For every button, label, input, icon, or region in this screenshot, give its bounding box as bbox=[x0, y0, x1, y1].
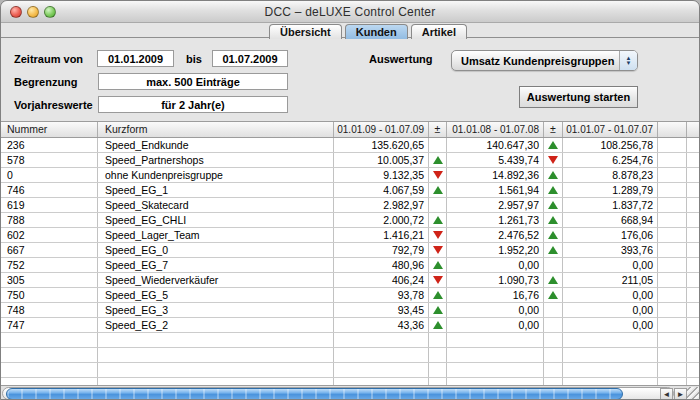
cell-kurzform: Speed_Skatecard bbox=[98, 198, 334, 212]
auswertung-starten-button[interactable]: Auswertung starten bbox=[519, 86, 638, 108]
cell-nummer: 747 bbox=[1, 318, 98, 332]
cell-trend1 bbox=[429, 138, 447, 152]
column-header-kurzform[interactable]: Kurzform bbox=[98, 122, 334, 137]
cell-nummer: 752 bbox=[1, 258, 98, 272]
column-header-pm2[interactable]: ± bbox=[544, 122, 563, 137]
auswertung-dropdown[interactable]: Umsatz Kundenpreisgruppen ▲▼ bbox=[451, 50, 638, 71]
zeitraum-von-input[interactable] bbox=[97, 50, 174, 67]
cell-trend1 bbox=[429, 168, 447, 182]
cell-kurzform: ohne Kundenpreisgruppe bbox=[98, 168, 334, 182]
vorjahreswerte-input[interactable] bbox=[98, 96, 288, 113]
cell-period3: 0,00 bbox=[563, 258, 658, 272]
cell-period1: 9.132,35 bbox=[334, 168, 429, 182]
cell-trend1 bbox=[429, 183, 447, 197]
table-row[interactable] bbox=[1, 378, 699, 385]
table-row[interactable]: 788 Speed_EG_CHLI 2.000,72 1.261,73 668,… bbox=[1, 213, 699, 228]
cell-period3: 6.254,76 bbox=[563, 153, 658, 167]
column-header-period1[interactable]: 01.01.09 - 01.07.09 bbox=[334, 122, 429, 137]
cell-nummer: 305 bbox=[1, 273, 98, 287]
table-row[interactable]: 619 Speed_Skatecard 2.982,97 2.957,97 1.… bbox=[1, 198, 699, 213]
trend-arrow-icon bbox=[433, 156, 443, 164]
table-header: Nummer Kurzform 01.01.09 - 01.07.09 ± 01… bbox=[1, 121, 699, 138]
column-header-period2[interactable]: 01.01.08 - 01.07.08 bbox=[447, 122, 544, 137]
cell-kurzform: Speed_Lager_Team bbox=[98, 228, 334, 242]
cell-period2: 5.439,74 bbox=[447, 153, 544, 167]
cell-period1 bbox=[334, 348, 429, 362]
table-row[interactable]: 578 Speed_Partnershops 10.005,37 5.439,7… bbox=[1, 153, 699, 168]
cell-period2: 1.952,20 bbox=[447, 243, 544, 257]
trend-arrow-icon bbox=[548, 231, 558, 239]
trend-arrow-icon bbox=[433, 276, 443, 284]
table-row[interactable]: 752 Speed_EG_7 480,96 0,00 0,00 bbox=[1, 258, 699, 273]
popup-stepper-icon: ▲▼ bbox=[619, 51, 637, 70]
cell-period1: 4.067,59 bbox=[334, 183, 429, 197]
begrenzung-input[interactable] bbox=[98, 73, 288, 90]
cell-nummer: 667 bbox=[1, 243, 98, 257]
column-header-nummer[interactable]: Nummer bbox=[1, 122, 98, 137]
zeitraum-label: Zeitraum von bbox=[14, 53, 83, 65]
table-row[interactable]: 236 Speed_Endkunde 135.620,65 140.647,30… bbox=[1, 138, 699, 153]
cell-trend2 bbox=[544, 273, 563, 287]
cell-trend1 bbox=[429, 153, 447, 167]
table-row[interactable] bbox=[1, 348, 699, 363]
table-row[interactable]: 0 ohne Kundenpreisgruppe 9.132,35 14.892… bbox=[1, 168, 699, 183]
resize-grip-icon[interactable] bbox=[687, 387, 699, 400]
table-row[interactable]: 305 Speed_Wiederverkäufer 406,24 1.090,7… bbox=[1, 273, 699, 288]
scrollbar-thumb[interactable] bbox=[6, 388, 623, 400]
app-window: DCC – deLUXE Control Center Übersicht Ku… bbox=[0, 0, 700, 400]
table-row[interactable]: 750 Speed_EG_5 93,78 16,76 0,00 bbox=[1, 288, 699, 303]
cell-kurzform: Speed_Wiederverkäufer bbox=[98, 273, 334, 287]
cell-kurzform bbox=[98, 363, 334, 377]
tab-uebersicht[interactable]: Übersicht bbox=[269, 24, 342, 39]
cell-period3 bbox=[563, 363, 658, 377]
table-row[interactable] bbox=[1, 333, 699, 348]
cell-kurzform bbox=[98, 333, 334, 347]
cell-period3: 1.837,72 bbox=[563, 198, 658, 212]
trend-arrow-icon bbox=[548, 141, 558, 149]
table-row[interactable]: 602 Speed_Lager_Team 1.416,21 2.476,52 1… bbox=[1, 228, 699, 243]
cell-nummer: 788 bbox=[1, 213, 98, 227]
column-header-filler bbox=[658, 122, 687, 137]
horizontal-scrollbar: ◄ ► bbox=[1, 385, 699, 400]
tab-kunden[interactable]: Kunden bbox=[345, 24, 408, 39]
trend-arrow-icon bbox=[433, 321, 443, 329]
cell-period1: 1.416,21 bbox=[334, 228, 429, 242]
cell-period3: 0,00 bbox=[563, 288, 658, 302]
zeitraum-bis-input[interactable] bbox=[212, 50, 288, 67]
trend-arrow-icon bbox=[433, 246, 443, 254]
trend-arrow-icon bbox=[548, 201, 558, 209]
cell-kurzform: Speed_Endkunde bbox=[98, 138, 334, 152]
filter-panel: Zeitraum von bis Begrenzung Vorjahreswer… bbox=[1, 39, 699, 121]
cell-period2: 2.957,97 bbox=[447, 198, 544, 212]
cell-trend1 bbox=[429, 333, 447, 347]
cell-period1: 2.982,97 bbox=[334, 198, 429, 212]
cell-nummer: 602 bbox=[1, 228, 98, 242]
table-row[interactable]: 746 Speed_EG_1 4.067,59 1.561,94 1.289,7… bbox=[1, 183, 699, 198]
cell-nummer bbox=[1, 348, 98, 362]
table-row[interactable] bbox=[1, 363, 699, 378]
cell-period1: 135.620,65 bbox=[334, 138, 429, 152]
cell-period3: 211,05 bbox=[563, 273, 658, 287]
table-row[interactable]: 667 Speed_EG_0 792,79 1.952,20 393,76 bbox=[1, 243, 699, 258]
table-row[interactable]: 748 Speed_EG_3 93,45 0,00 0,00 bbox=[1, 303, 699, 318]
cell-nummer: 619 bbox=[1, 198, 98, 212]
cell-trend2 bbox=[544, 138, 563, 152]
title-bar: DCC – deLUXE Control Center bbox=[1, 1, 699, 23]
trend-arrow-icon bbox=[433, 261, 443, 269]
trend-arrow-icon bbox=[433, 216, 443, 224]
scroll-right-button[interactable]: ► bbox=[674, 388, 687, 400]
table-row[interactable]: 747 Speed_EG_2 43,36 0,00 0,00 bbox=[1, 318, 699, 333]
column-header-period3[interactable]: 01.01.07 - 01.07.07 bbox=[563, 122, 658, 137]
trend-arrow-icon bbox=[433, 306, 443, 314]
trend-arrow-icon bbox=[548, 216, 558, 224]
cell-period3: 176,06 bbox=[563, 228, 658, 242]
cell-trend2 bbox=[544, 288, 563, 302]
auswertung-label: Auswertung bbox=[369, 53, 433, 65]
scrollbar-track[interactable] bbox=[2, 387, 674, 400]
tab-artikel[interactable]: Artikel bbox=[411, 24, 467, 39]
column-header-pm1[interactable]: ± bbox=[429, 122, 447, 137]
cell-trend1 bbox=[429, 243, 447, 257]
scroll-left-button[interactable]: ◄ bbox=[660, 388, 673, 400]
cell-trend1 bbox=[429, 213, 447, 227]
cell-nummer: 578 bbox=[1, 153, 98, 167]
